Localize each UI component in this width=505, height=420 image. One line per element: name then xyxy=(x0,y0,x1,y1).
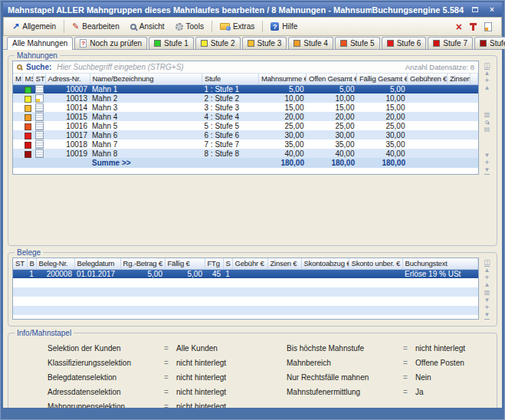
cell-stufe: 3 : Stufe 3 xyxy=(202,103,259,112)
cell-gebuehren xyxy=(408,84,448,94)
columns-icon[interactable]: ▥ xyxy=(484,111,490,119)
delete-icon[interactable]: × xyxy=(456,23,462,31)
table-row[interactable]: 10019 Mahn 8 8 : Stufe 8 40,00 40,00 40,… xyxy=(13,149,478,158)
cell-gebuehren xyxy=(408,112,448,121)
scroll-up-icon[interactable]: ▲ xyxy=(484,281,490,289)
col-s[interactable]: S xyxy=(223,258,232,269)
table-row[interactable]: 10014 Mahn 3 3 : Stufe 3 15,00 15,00 15,… xyxy=(13,103,478,112)
col-m[interactable]: M xyxy=(13,74,22,84)
mahnstufe-color-icon xyxy=(25,114,31,121)
table-row[interactable]: 10015 Mahn 4 4 : Stufe 4 20,00 20,00 20,… xyxy=(13,112,478,121)
grid-search-icon[interactable] xyxy=(485,120,489,124)
copy-icon[interactable]: ◫ xyxy=(484,61,490,69)
menu-item[interactable]: Tools xyxy=(170,21,212,32)
info-value: nicht hinterlegt xyxy=(176,359,226,367)
scroll-bottom-icon[interactable]: ▼ xyxy=(484,166,490,175)
beleg-row[interactable]: 1 200008 01.01.2017 5,00 5,00 45 1 xyxy=(13,269,478,278)
tab[interactable]: Stufe 1 xyxy=(149,37,194,49)
info-separator: = xyxy=(403,359,415,367)
col-skonto-unber[interactable]: Skonto unber. € xyxy=(349,258,402,269)
menu-item[interactable]: Bearbeiten xyxy=(67,20,125,33)
col-st[interactable]: ST xyxy=(33,74,45,84)
scroll-bottom-icon[interactable]: ▼ xyxy=(484,311,490,320)
cell-offen-gesamt: 35,00 xyxy=(307,139,357,149)
tab[interactable]: Stufe 7 xyxy=(428,37,473,49)
info-column-right: Bis höchste Mahnstufe = nicht hinterlegt… xyxy=(287,344,493,408)
info-label: Mahnstufenermittlung xyxy=(287,388,403,396)
col-offen-gesamt[interactable]: Offen Gesamt € xyxy=(307,74,357,84)
cell-faellig-gesamt: 35,00 xyxy=(357,139,408,149)
mahnstufe-color-icon xyxy=(25,133,31,139)
cell-ms xyxy=(22,112,33,121)
table-row[interactable]: 10016 Mahn 5 5 : Stufe 5 25,00 25,00 25,… xyxy=(13,121,478,130)
menu-item[interactable]: Allgemein xyxy=(7,20,64,33)
col-beleg-zinsen[interactable]: Zinsen € xyxy=(267,258,301,269)
col-skontoabzug[interactable]: Skontoabzug € xyxy=(301,258,349,269)
add-bottom-icon[interactable]: + xyxy=(485,159,489,166)
col-belegdatum[interactable]: Belegdatum xyxy=(74,258,120,269)
col-name[interactable]: Name/Bezeichnung xyxy=(90,74,202,84)
info-separator: = xyxy=(164,359,176,367)
cell-mahnsumme: 20,00 xyxy=(259,112,307,121)
col-zinsen[interactable]: Zinsen xyxy=(448,74,471,84)
tab[interactable]: Stufe 6 xyxy=(382,37,427,49)
cell-stufe: 2 : Stufe 2 xyxy=(202,94,259,103)
restore-icon[interactable] xyxy=(470,5,480,15)
cell-adress-nr: 10015 xyxy=(45,112,90,121)
note-icon[interactable] xyxy=(484,22,492,31)
cell-st xyxy=(33,121,45,130)
table-row[interactable]: 10017 Mahn 6 6 : Stufe 6 30,00 30,00 30,… xyxy=(13,130,478,139)
tab[interactable]: Stufe 2 xyxy=(195,37,241,49)
table-row[interactable]: 10018 Mahn 7 7 : Stufe 7 35,00 35,00 35,… xyxy=(13,139,478,149)
col-ftg[interactable]: FTg xyxy=(205,258,223,269)
add-bottom-icon[interactable]: + xyxy=(485,304,489,311)
col-mahnsumme[interactable]: Mahnsumme € xyxy=(259,74,307,84)
cell-stufe: 1 : Stufe 1 xyxy=(202,84,259,94)
columns-icon[interactable]: ▥ xyxy=(484,289,490,297)
pin-icon[interactable] xyxy=(470,23,477,31)
cell-zinsen xyxy=(448,139,471,149)
tab[interactable]: Stufe 3 xyxy=(242,37,287,49)
cell-buchungstext: Erlöse 19 % USt xyxy=(402,269,478,278)
add-icon[interactable]: + xyxy=(485,77,489,84)
col-gebuehren[interactable]: Gebühren € xyxy=(408,74,448,84)
menu-item[interactable]: Extras xyxy=(215,21,263,32)
print-icon[interactable]: ▤ xyxy=(484,126,490,133)
info-label: Klassifizierungsselektion xyxy=(48,359,164,367)
table-row[interactable]: 10007 Mahn 1 1 : Stufe 1 5,00 5,00 5,00 xyxy=(13,84,478,94)
col-beleg-st[interactable]: ST xyxy=(13,258,27,269)
scroll-up-icon[interactable]: ▲ xyxy=(484,84,490,92)
table-row[interactable]: 10013 Mahn 2 2 : Stufe 2 10,00 10,00 10,… xyxy=(13,94,478,103)
tab[interactable]: Stufe 5 xyxy=(335,37,380,49)
tab-label: Stufe 4 xyxy=(303,39,328,48)
tab-label: Noch zu prüfen xyxy=(90,39,142,48)
cell-m xyxy=(13,94,22,103)
col-faellig-gesamt[interactable]: Fällig Gesamt € xyxy=(357,74,408,84)
info-label: Nur Rechtsfälle mahnen xyxy=(287,373,403,382)
add-icon[interactable]: + xyxy=(485,274,489,281)
col-ms[interactable]: MS xyxy=(22,74,33,84)
tab-icon xyxy=(201,40,208,47)
col-adress-nr[interactable]: Adress-Nr. xyxy=(45,74,90,84)
col-rg-betrag[interactable]: Rg.-Betrag € xyxy=(120,258,165,269)
cell-b: 1 xyxy=(27,269,36,278)
status-icon xyxy=(35,85,44,94)
tab[interactable]: Alle Mahnungen xyxy=(7,37,73,50)
mahnstufe-color-icon xyxy=(25,142,31,149)
tab[interactable]: Stufe 8 xyxy=(474,37,505,49)
tab[interactable]: Noch zu prüfen xyxy=(74,37,147,49)
col-beleg-nr[interactable]: Beleg-Nr. xyxy=(36,258,74,269)
col-stufe[interactable]: Stufe xyxy=(202,74,259,84)
col-gebuehr[interactable]: Gebühr € xyxy=(232,258,267,269)
search-input[interactable] xyxy=(55,62,401,72)
cell-ms xyxy=(22,130,33,139)
menu-item[interactable]: Ansicht xyxy=(125,21,170,32)
copy-icon[interactable]: ◫ xyxy=(484,258,490,266)
tab[interactable]: Stufe 4 xyxy=(288,37,333,49)
col-buchungstext[interactable]: Buchungstext xyxy=(402,258,478,269)
col-beleg-b[interactable]: B xyxy=(27,258,36,269)
menu-item[interactable]: Hilfe xyxy=(265,21,303,32)
cell-m xyxy=(13,84,22,94)
close-icon[interactable]: × xyxy=(487,5,497,15)
col-faellig[interactable]: Fällig € xyxy=(165,258,205,269)
